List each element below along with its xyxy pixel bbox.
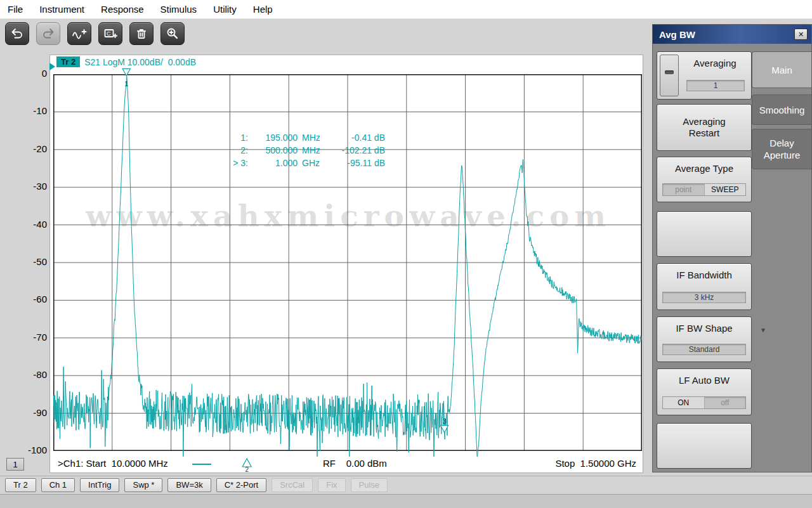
- status-cal-2-port[interactable]: C* 2-Port: [216, 478, 266, 492]
- trace-plot-svg[interactable]: 123: [53, 55, 643, 472]
- marker-3-value: -95.11 dB: [325, 158, 385, 168]
- marker-1-flag-label: 1: [124, 80, 128, 88]
- trace-color-indicator: [192, 464, 211, 465]
- marker-2-number: 2:: [223, 145, 248, 155]
- y-tick-label: -100: [15, 444, 47, 457]
- averaging-button[interactable]: Averaging 1: [657, 51, 752, 100]
- zoom-button[interactable]: [160, 22, 185, 45]
- add-channel-button[interactable]: C: [98, 22, 122, 45]
- y-tick-label: -70: [15, 331, 47, 344]
- averaging-label: Averaging: [679, 58, 751, 69]
- marker-3-unit: GHz: [298, 158, 325, 168]
- bottom-strip: [0, 494, 812, 508]
- tab-main[interactable]: Main: [752, 51, 811, 88]
- averaging-value: 1: [686, 80, 745, 91]
- marker-2-unit: MHz: [298, 145, 325, 155]
- lf-auto-bw-label: LF Auto BW: [657, 375, 751, 386]
- menu-item-help[interactable]: Help: [253, 4, 273, 15]
- lf-auto-bw-off-option[interactable]: off: [704, 397, 746, 408]
- magnifier-plus-icon: [166, 27, 179, 40]
- lf-auto-bw-button[interactable]: LF Auto BW ON off: [657, 368, 752, 415]
- close-button[interactable]: ✕: [794, 29, 808, 40]
- status-fixture: Fix: [318, 478, 345, 492]
- vna-app-window: { "menu": { "items": ["File", "Instrumen…: [0, 0, 812, 508]
- marker-2-frequency: 500.000: [248, 145, 298, 155]
- average-type-point-option[interactable]: point: [663, 184, 704, 195]
- marker-readout: 1: 195.000 MHz -0.41 dB 2: 500.000 MHz -…: [223, 131, 385, 169]
- status-trace-2[interactable]: Tr 2: [5, 478, 36, 492]
- averaging-toggle[interactable]: [660, 55, 679, 96]
- tab-smoothing[interactable]: Smoothing: [752, 94, 811, 125]
- y-tick-label: -60: [15, 293, 47, 306]
- delete-trace-button[interactable]: [129, 22, 154, 45]
- marker-3-number: > 3:: [223, 158, 248, 168]
- chevron-down-icon[interactable]: ▼: [760, 325, 766, 336]
- avg-bw-panel: Avg BW ✕ Averaging 1 Averaging Restart A…: [652, 24, 812, 472]
- channel-1-badge[interactable]: 1: [6, 458, 24, 471]
- y-tick-label: -90: [15, 407, 47, 419]
- marker-1-unit: MHz: [298, 133, 325, 143]
- menu-item-stimulus[interactable]: Stimulus: [160, 4, 197, 15]
- averaging-restart-button[interactable]: Averaging Restart: [657, 104, 752, 151]
- marker-2-value: -102.21 dB: [325, 145, 385, 155]
- menu-item-utility[interactable]: Utility: [213, 4, 237, 15]
- if-bw-shape-button[interactable]: IF BW Shape ▼ Standard: [657, 316, 752, 362]
- tab-delay-aperture[interactable]: Delay Aperture: [752, 129, 811, 169]
- y-tick-label: -20: [15, 143, 47, 155]
- status-pulse: Pulse: [351, 478, 388, 492]
- panel-title: Avg BW: [659, 29, 794, 40]
- rf-power[interactable]: RF 0.00 dBm: [323, 458, 387, 469]
- ref-level-indicator: [49, 63, 55, 70]
- y-tick-label: 0: [15, 67, 47, 80]
- marker-3-flag-label: 3: [443, 417, 447, 425]
- average-type-button[interactable]: Average Type point SWEEP: [657, 157, 752, 202]
- waveform-plus-icon: [72, 28, 87, 39]
- panel-title-bar[interactable]: Avg BW ✕: [653, 25, 811, 44]
- average-type-segments: point SWEEP: [662, 183, 746, 196]
- blank-button-1: [657, 211, 752, 257]
- status-internal-trigger[interactable]: IntTrig: [80, 478, 119, 492]
- marker-1-value: -0.41 dB: [325, 133, 385, 143]
- c-plus-window-icon: C: [103, 28, 117, 39]
- y-tick-label: -50: [15, 256, 47, 268]
- trace-header: Tr 2 S21 LogM 10.00dB/ 0.00dB: [56, 56, 196, 67]
- stimulus-row: >Ch1: Start 10.0000 MHz RF 0.00 dBm Stop…: [54, 456, 643, 471]
- if-bandwidth-label: IF Bandwidth: [657, 270, 751, 281]
- add-trace-button[interactable]: [67, 22, 91, 45]
- stop-frequency[interactable]: Stop 1.50000 GHz: [555, 458, 636, 469]
- blank-button-2: [657, 423, 752, 469]
- plot-area: Tr 2 S21 LogM 10.00dB/ 0.00dB www.xahxmi…: [49, 55, 643, 473]
- status-channel-1[interactable]: Ch 1: [41, 478, 75, 492]
- status-bar: Tr 2 Ch 1 IntTrig Swp * BW=3k C* 2-Port …: [0, 476, 812, 493]
- trace-settings-label: S21 LogM 10.00dB/ 0.00dB: [84, 57, 196, 67]
- if-bandwidth-value: 3 kHz: [662, 292, 746, 303]
- average-type-label: Average Type: [657, 163, 751, 174]
- y-axis: 0-10-20-30-40-50-60-70-80-90-100: [15, 0, 47, 482]
- y-tick-label: -30: [15, 180, 47, 193]
- lf-auto-bw-segments: ON off: [662, 396, 746, 409]
- if-bw-shape-text: IF BW Shape: [676, 323, 732, 334]
- lf-auto-bw-on-option[interactable]: ON: [663, 397, 704, 408]
- average-type-sweep-option[interactable]: SWEEP: [704, 184, 746, 195]
- status-sweep[interactable]: Swp *: [124, 478, 162, 492]
- marker-3-readout: > 3: 1.000 GHz -95.11 dB: [223, 157, 385, 169]
- marker-1-frequency: 195.000: [248, 133, 298, 143]
- status-bandwidth[interactable]: BW=3k: [167, 478, 211, 492]
- if-bw-shape-value: Standard: [662, 344, 746, 355]
- averaging-restart-label: Averaging Restart: [672, 116, 736, 139]
- marker-1-number: 1:: [223, 133, 248, 143]
- trace-2-chip[interactable]: Tr 2: [56, 56, 80, 67]
- y-tick-label: -80: [15, 368, 47, 381]
- y-tick-label: -40: [15, 218, 47, 231]
- marker-3-frequency: 1.000: [248, 158, 298, 168]
- y-tick-label: -10: [15, 105, 47, 117]
- if-bandwidth-button[interactable]: IF Bandwidth 3 kHz: [657, 263, 752, 310]
- status-source-cal: SrcCal: [272, 478, 313, 492]
- marker-2-readout: 2: 500.000 MHz -102.21 dB: [223, 144, 385, 157]
- start-frequency[interactable]: >Ch1: Start 10.0000 MHz: [58, 458, 168, 469]
- menu-item-response[interactable]: Response: [101, 4, 144, 15]
- trash-icon: [135, 28, 148, 39]
- svg-text:C: C: [107, 30, 111, 37]
- if-bw-shape-label: IF BW Shape ▼: [657, 323, 751, 334]
- toggle-slot-indicator: [665, 70, 674, 74]
